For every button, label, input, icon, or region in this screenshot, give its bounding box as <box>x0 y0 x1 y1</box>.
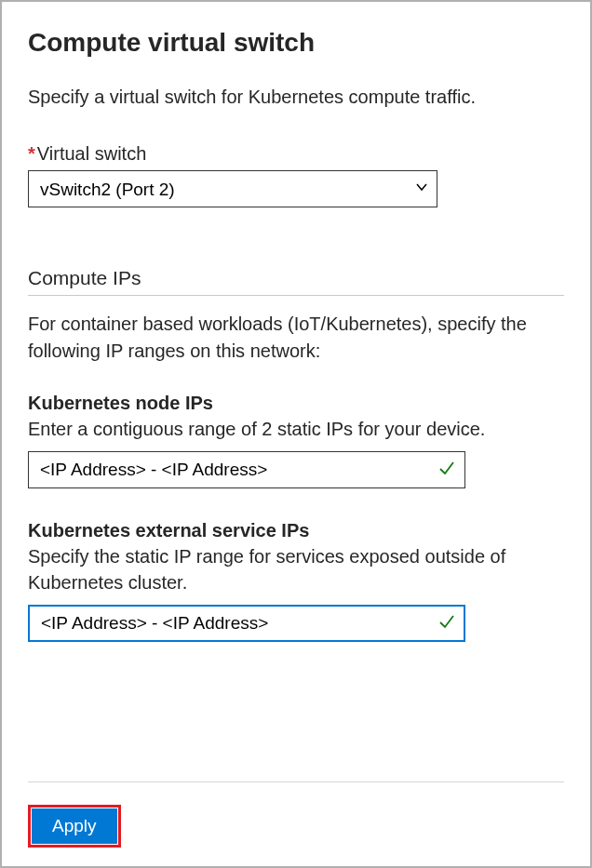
virtual-switch-label: Virtual switch <box>37 143 146 164</box>
service-ips-input-wrapper <box>28 605 465 642</box>
page-subtitle: Specify a virtual switch for Kubernetes … <box>28 84 564 110</box>
apply-highlight-box: Apply <box>28 805 121 848</box>
required-asterisk: * <box>28 143 35 164</box>
virtual-switch-select[interactable]: vSwitch2 (Port 2) <box>28 170 437 207</box>
node-ips-input-wrapper <box>28 451 465 488</box>
virtual-switch-select-wrapper: vSwitch2 (Port 2) <box>28 170 437 207</box>
page-title: Compute virtual switch <box>28 28 564 58</box>
apply-button[interactable]: Apply <box>32 808 117 844</box>
compute-ips-description: For container based workloads (IoT/Kuber… <box>28 311 564 365</box>
virtual-switch-label-row: *Virtual switch <box>28 143 564 165</box>
service-ips-heading: Kubernetes external service IPs <box>28 520 564 541</box>
footer: Apply <box>28 781 564 848</box>
virtual-switch-field: *Virtual switch vSwitch2 (Port 2) <box>28 143 564 207</box>
compute-ips-heading: Compute IPs <box>28 267 564 296</box>
node-ips-heading: Kubernetes node IPs <box>28 393 564 414</box>
service-ips-input[interactable] <box>28 605 465 642</box>
service-ips-description: Specify the static IP range for services… <box>28 543 564 595</box>
node-ips-description: Enter a contiguous range of 2 static IPs… <box>28 416 564 442</box>
node-ips-input[interactable] <box>28 451 465 488</box>
